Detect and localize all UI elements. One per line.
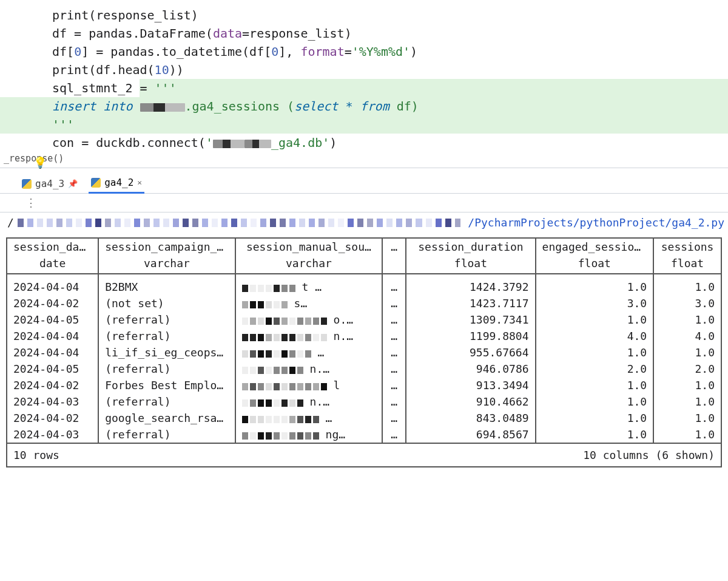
cell: 2.0 [653, 361, 721, 377]
cell: 1423.7117 [406, 295, 535, 311]
cell: … [382, 311, 406, 328]
script-path-row: / /PycharmProjects/pythonProject/ga4_2.p… [0, 212, 728, 235]
code-line[interactable]: print(df.head(10)) [0, 61, 728, 79]
cell: s… [235, 295, 382, 311]
redacted-text [140, 103, 185, 112]
code-line[interactable]: sql_stmnt_2 = ''' [0, 79, 728, 97]
cell: 1.0 [536, 311, 654, 328]
code-line[interactable]: df[0] = pandas.to_datetime(df[0], format… [0, 42, 728, 61]
cell: 2024-04-02 [7, 410, 98, 426]
pin-icon[interactable]: 📌 [68, 179, 78, 188]
cell: Forbes Best Employer [98, 377, 235, 393]
redacted-text [244, 140, 271, 148]
cell: … [382, 274, 406, 295]
lightbulb-icon[interactable]: 💡 [33, 154, 47, 172]
redacted-text [213, 140, 244, 148]
col-header: session_campaign_n… [98, 238, 235, 255]
cell: (referral) [98, 328, 235, 344]
cell: (referral) [98, 393, 235, 410]
cell: 2.0 [536, 361, 654, 377]
cell: 1.0 [536, 393, 654, 410]
cell: ng… [235, 426, 382, 443]
cell: 1309.7341 [406, 311, 535, 328]
col-header: session_duration [406, 238, 535, 255]
cell: 1.0 [536, 377, 654, 393]
table-footer-cols: 10 columns (6 shown) [382, 443, 721, 467]
cell: … [382, 361, 406, 377]
cell: 1.0 [536, 426, 654, 443]
cell: B2BMX [98, 274, 235, 295]
cell: 1.0 [653, 410, 721, 426]
close-icon[interactable]: × [137, 178, 142, 187]
table-row: 2024-04-02google_search_rsa_… ……843.0489… [7, 410, 721, 426]
cell: 910.4662 [406, 393, 535, 410]
cell: 913.3494 [406, 377, 535, 393]
table-row: 2024-04-04B2BMX t ……1424.37921.01.0 [7, 274, 721, 295]
cell: 3.0 [653, 295, 721, 311]
cell: o.… [235, 311, 382, 328]
cell: … [382, 377, 406, 393]
cell: 1.0 [653, 344, 721, 361]
cell: 946.0786 [406, 361, 535, 377]
run-tab-ga4_2[interactable]: ga4_2× [89, 173, 144, 194]
cell: … [382, 426, 406, 443]
run-tabs: ga4_3📌ga4_2× [0, 168, 728, 194]
run-tab-ga4_3[interactable]: ga4_3📌 [19, 174, 80, 193]
cell: … [382, 344, 406, 361]
table-footer-rows: 10 rows [7, 443, 382, 467]
cell: … [235, 410, 382, 426]
cell: 1.0 [653, 274, 721, 295]
cell: 2024-04-03 [7, 426, 98, 443]
cell: 2024-04-03 [7, 393, 98, 410]
col-type: varchar [98, 255, 235, 274]
tab-label: ga4_2 [104, 177, 133, 188]
table-row: 2024-04-04li_if_si_eg_ceops_… ……955.6766… [7, 344, 721, 361]
cell: 2024-04-05 [7, 311, 98, 328]
cell: … [235, 344, 382, 361]
cell: 1.0 [536, 344, 654, 361]
table-row: 2024-04-05(referral) n.……946.07862.02.0 [7, 361, 721, 377]
cell: 1.0 [653, 311, 721, 328]
col-type: float [536, 255, 654, 274]
code-line[interactable]: print(response_list) [0, 6, 728, 24]
tab-label: ga4_3 [35, 178, 64, 189]
script-path-link[interactable]: /PycharmProjects/pythonProject/ga4_2.py [468, 216, 724, 229]
cell: 4.0 [536, 328, 654, 344]
col-header: sessions [653, 238, 721, 255]
cell: 4.0 [653, 328, 721, 344]
col-type [382, 255, 406, 274]
code-line[interactable]: con = duckdb.connect('_ga4.db') [0, 134, 728, 152]
cell: 1424.3792 [406, 274, 535, 295]
cell: 2024-04-02 [7, 377, 98, 393]
cell: 1.0 [653, 377, 721, 393]
cell: google_search_rsa_… [98, 410, 235, 426]
code-line[interactable]: insert into .ga4_sessions (select * from… [0, 97, 728, 115]
cell: 955.67664 [406, 344, 535, 361]
cell: l [235, 377, 382, 393]
code-line[interactable]: ''' [0, 115, 728, 134]
table-row: 2024-04-05(referral) o.……1309.73411.01.0 [7, 311, 721, 328]
cell: 1199.8804 [406, 328, 535, 344]
cell: 843.0489 [406, 410, 535, 426]
console-toolbar[interactable]: ⋮ [0, 194, 728, 212]
col-type: float [406, 255, 535, 274]
python-icon [22, 179, 32, 189]
cell: (referral) [98, 426, 235, 443]
path-root-slash: / [7, 216, 18, 229]
breadcrumb: _response() [0, 152, 728, 168]
col-header: … [382, 238, 406, 255]
cell: 694.8567 [406, 426, 535, 443]
cell: 2024-04-05 [7, 361, 98, 377]
cell: (referral) [98, 361, 235, 377]
cell: … [382, 393, 406, 410]
cell: 1.0 [653, 426, 721, 443]
cell: 2024-04-04 [7, 328, 98, 344]
cell: t … [235, 274, 382, 295]
cell: n.… [235, 361, 382, 377]
python-icon [91, 178, 101, 188]
cell: … [382, 328, 406, 344]
code-editor[interactable]: 💡 print(response_list)df = pandas.DataFr… [0, 0, 728, 152]
output-table-wrap: session_datesession_campaign_n…session_m… [6, 237, 722, 467]
code-line[interactable]: df = pandas.DataFrame(data=response_list… [0, 24, 728, 42]
cell: 3.0 [536, 295, 654, 311]
